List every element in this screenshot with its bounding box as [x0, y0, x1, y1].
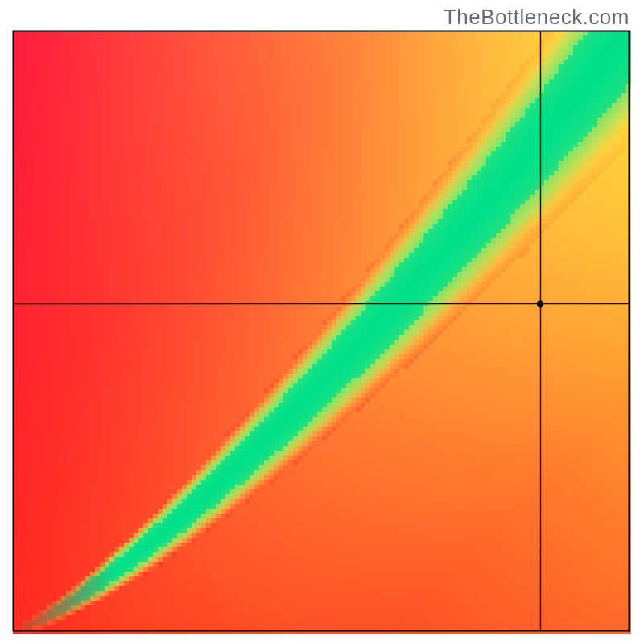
watermark-text: TheBottleneck.com	[444, 5, 630, 30]
overlay-canvas	[0, 0, 644, 644]
